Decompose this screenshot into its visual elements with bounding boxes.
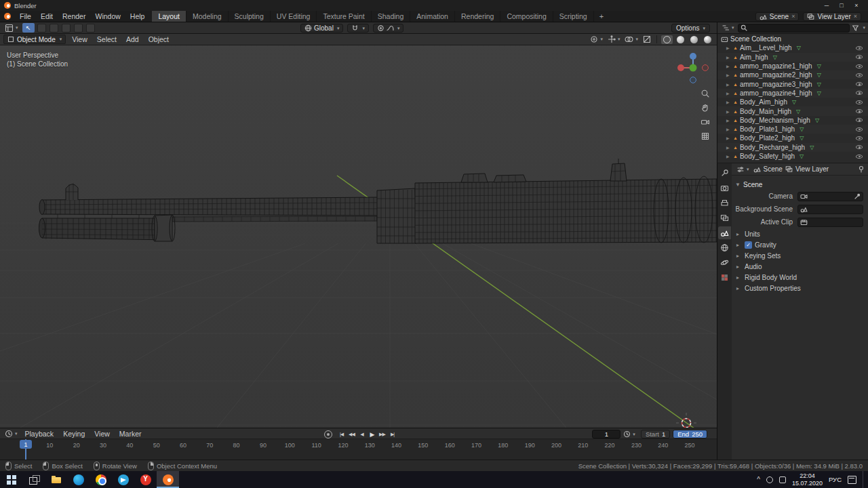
panel-rigid-body-world[interactable]: ▸Rigid Body World	[735, 272, 863, 283]
xray-toggle[interactable]	[642, 35, 652, 44]
auto-key-record-button[interactable]	[324, 430, 332, 439]
properties-editor-selector[interactable]: ▾	[735, 165, 751, 174]
breadcrumb-view-layer[interactable]: View Layer	[795, 165, 829, 173]
previous-keyframe-button[interactable]: ◀◀	[347, 432, 356, 437]
tab-world-properties[interactable]	[718, 241, 731, 254]
scene-selector[interactable]: Scene ×	[755, 12, 800, 21]
expand-icon[interactable]: ▶	[726, 136, 731, 140]
workspace-tab-layout[interactable]: Layout	[152, 11, 186, 22]
expand-icon[interactable]: ▶	[726, 109, 731, 114]
outliner-root-collection[interactable]: Scene Collection	[717, 35, 868, 43]
viewport-menu-view[interactable]: View	[67, 35, 92, 43]
expand-icon[interactable]: ▶	[726, 118, 731, 123]
expand-icon[interactable]: ▶	[726, 55, 731, 60]
next-keyframe-button[interactable]: ▶▶	[378, 432, 387, 437]
3d-viewport[interactable]: User Perspective(1) Scene Collection	[0, 45, 717, 428]
workspace-tab-animation[interactable]: Animation	[410, 11, 455, 22]
pin-icon[interactable]	[858, 165, 865, 173]
taskbar-clock[interactable]: 22:04 15.07.2020	[792, 472, 823, 487]
overlays-dropdown[interactable]: ▾	[623, 35, 639, 44]
outliner-item[interactable]: ▶▲ammo_magazine1_high▽	[717, 62, 868, 70]
expand-icon[interactable]: ▶	[726, 154, 731, 159]
outliner-editor-selector[interactable]: ▾	[720, 24, 736, 32]
playback-sync-dropdown[interactable]: ▾	[623, 430, 635, 438]
timeline-ruler[interactable]: 1020304050607080901001101201301401501601…	[0, 439, 717, 460]
filter-funnel-icon[interactable]	[852, 24, 859, 32]
panel-gravity[interactable]: ▸✓Gravity	[735, 239, 863, 250]
object-visibility-dropdown[interactable]: ▾	[589, 35, 604, 44]
shading-material-button[interactable]	[688, 35, 700, 44]
play-button[interactable]: ▶	[368, 431, 376, 438]
workspace-tab-sculpting[interactable]: Sculpting	[229, 11, 271, 22]
taskbar-edge-button[interactable]	[67, 471, 90, 488]
action-center-icon[interactable]	[848, 476, 856, 484]
active-tool-select-box[interactable]: ↖	[22, 23, 35, 33]
outliner-item[interactable]: ▶▲ammo_magazine3_high▽	[717, 79, 868, 88]
tab-output-properties[interactable]	[718, 197, 731, 209]
viewport-menu-select[interactable]: Select	[92, 35, 121, 43]
gizmos-dropdown[interactable]: ▾	[606, 35, 622, 44]
menu-render[interactable]: Render	[58, 11, 90, 22]
camera-view-button[interactable]	[699, 116, 711, 128]
hidden-icons-chevron[interactable]: ^	[757, 476, 760, 483]
expand-icon[interactable]: ▶	[726, 64, 731, 68]
outliner-item[interactable]: ▶▲Body_Mechanism_high▽	[717, 116, 868, 125]
viewport-menu-object[interactable]: Object	[144, 35, 174, 43]
snap-dropdown[interactable]: ▾	[347, 24, 369, 33]
editor-type-selector[interactable]: ▾	[3, 24, 20, 33]
maximize-button[interactable]: □	[834, 2, 849, 9]
menu-help[interactable]: Help	[125, 11, 150, 22]
language-indicator[interactable]: РУС	[829, 476, 842, 483]
outliner-item[interactable]: ▶▲Aim_high▽	[717, 53, 868, 62]
transform-orientation-dropdown[interactable]: Global ▾	[300, 24, 343, 33]
timeline-menu-keying[interactable]: Keying	[58, 430, 90, 438]
visibility-eye-icon[interactable]	[856, 98, 864, 106]
workspace-tab-shading[interactable]: Shading	[372, 11, 411, 22]
menu-file[interactable]: File	[15, 11, 36, 22]
timeline-menu-playback[interactable]: Playback	[20, 430, 59, 438]
breadcrumb-scene[interactable]: Scene	[764, 165, 783, 173]
expand-icon[interactable]: ▶	[726, 73, 731, 77]
mode-selector[interactable]: Object Mode ▾	[3, 35, 66, 44]
visibility-eye-icon[interactable]	[856, 125, 864, 134]
select-mode-option-2[interactable]	[50, 24, 58, 33]
taskbar-file-explorer-button[interactable]	[45, 471, 67, 488]
visibility-eye-icon[interactable]	[856, 134, 864, 142]
visibility-eye-icon[interactable]	[856, 143, 864, 151]
unlink-icon[interactable]: ×	[791, 13, 795, 20]
select-mode-option-4[interactable]	[74, 24, 83, 33]
select-mode-option-1[interactable]	[37, 24, 46, 33]
outliner-item[interactable]: ▶▲ammo_magazine2_high▽	[717, 70, 868, 79]
outliner-search-input[interactable]	[749, 24, 848, 32]
playhead-badge[interactable]: 1	[20, 440, 32, 449]
visibility-eye-icon[interactable]	[856, 116, 864, 124]
view-layer-selector[interactable]: View Layer ×	[803, 12, 861, 21]
timeline-editor-selector[interactable]: ▾	[3, 430, 19, 438]
tab-view-layer-properties[interactable]	[718, 211, 731, 224]
panel-units[interactable]: ▸Units	[735, 228, 863, 239]
frame-end-field[interactable]: End 250	[673, 430, 707, 439]
show-desktop-button[interactable]	[863, 471, 866, 488]
current-frame-field[interactable]: 1	[592, 430, 620, 439]
workspace-tab-rendering[interactable]: Rendering	[455, 11, 500, 22]
visibility-eye-icon[interactable]	[856, 89, 864, 97]
zoom-button[interactable]	[699, 87, 711, 100]
expand-icon[interactable]: ▶	[726, 82, 731, 87]
visibility-eye-icon[interactable]	[856, 152, 864, 161]
panel-audio[interactable]: ▸Audio	[735, 261, 863, 272]
outliner-item[interactable]: ▶▲Aim__Level_high▽	[717, 43, 868, 52]
tray-icon[interactable]	[779, 476, 786, 483]
visibility-eye-icon[interactable]	[856, 53, 864, 61]
active-clip-field[interactable]	[797, 218, 863, 227]
viewport-menu-add[interactable]: Add	[121, 35, 144, 43]
tray-icon[interactable]	[766, 476, 773, 483]
taskbar-chrome-button[interactable]	[90, 471, 112, 488]
visibility-eye-icon[interactable]	[856, 62, 864, 70]
close-button[interactable]: ×	[849, 2, 864, 9]
unlink-icon[interactable]: ×	[854, 13, 857, 20]
pan-button[interactable]	[699, 102, 711, 114]
options-dropdown[interactable]: Options ▾	[671, 24, 710, 33]
play-reverse-button[interactable]: ◀	[357, 432, 366, 437]
frame-start-field[interactable]: Start 1	[641, 430, 670, 439]
expand-icon[interactable]: ▶	[726, 145, 731, 150]
